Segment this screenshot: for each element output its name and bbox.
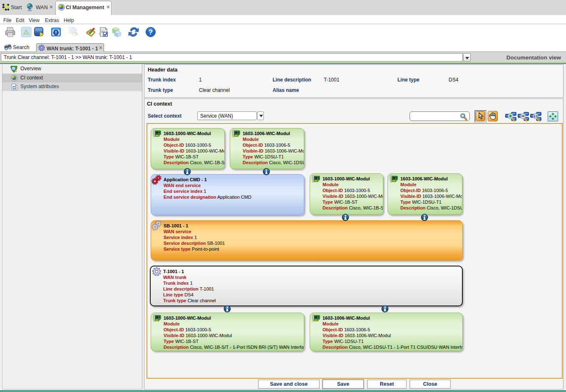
svg-text:?: ? bbox=[149, 29, 153, 36]
svg-text:1:1: 1:1 bbox=[534, 115, 538, 118]
